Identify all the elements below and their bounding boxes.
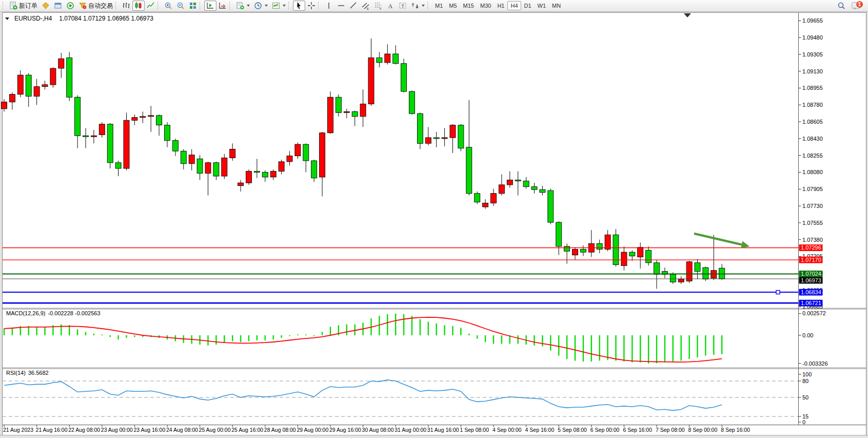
toolbar-vertical-line-button[interactable] xyxy=(323,1,335,11)
toolbar-fibonacci-button[interactable]: F xyxy=(372,1,384,11)
period-icon xyxy=(254,2,262,10)
tile-windows-icon xyxy=(189,2,197,10)
chart-menu-toggle-icon[interactable] xyxy=(5,17,9,20)
timeframe-group: M1M5M15M30H1H4D1W1MN xyxy=(432,0,564,11)
toolbar-grip xyxy=(115,2,119,10)
svg-text:1.06973: 1.06973 xyxy=(801,277,821,283)
notification-badge: 1 xyxy=(856,1,863,8)
toolbar-new-order-button[interactable]: 新订单 xyxy=(7,1,40,11)
toolbar-tile-windows-button[interactable] xyxy=(187,1,199,11)
svg-text:30 Aug 08:00: 30 Aug 08:00 xyxy=(362,427,394,433)
toolbar-grip xyxy=(157,2,161,10)
toolbar-bar-chart-button[interactable] xyxy=(120,1,132,11)
zoom-out-icon xyxy=(176,2,185,10)
toolbar-equidistant-channel-button[interactable]: E xyxy=(360,1,372,11)
rsi-indicator-label: RSI(14)36.5682 xyxy=(6,370,49,376)
svg-text:F: F xyxy=(380,7,382,10)
text-icon: A xyxy=(386,2,394,10)
macd-pane[interactable] xyxy=(3,309,798,368)
toolbar-grip xyxy=(229,2,232,10)
toolbar-grip xyxy=(200,2,203,10)
timeframe-m30-button[interactable]: M30 xyxy=(477,1,494,10)
toolbar-zoom-out-button[interactable] xyxy=(174,1,187,11)
toolbar-line-chart-button[interactable] xyxy=(145,1,157,11)
timeframe-m1-button[interactable]: M1 xyxy=(432,1,446,10)
timeframe-d1-button[interactable]: D1 xyxy=(521,1,535,10)
search-button[interactable] xyxy=(835,1,847,11)
svg-text:6 Sep 00:00: 6 Sep 00:00 xyxy=(590,427,620,433)
svg-text:28 Aug 08:00: 28 Aug 08:00 xyxy=(264,427,296,433)
trend-line-icon xyxy=(349,2,358,10)
text-label-icon: T xyxy=(399,2,407,10)
svg-text:0.002572: 0.002572 xyxy=(802,310,826,316)
macd-name: MACD(12,26,9) xyxy=(6,310,45,316)
timeframe-h4-button[interactable]: H4 xyxy=(507,1,521,10)
svg-text:1.09480: 1.09480 xyxy=(802,34,823,41)
svg-text:-0.003326: -0.003326 xyxy=(802,360,828,367)
svg-text:1.07905: 1.07905 xyxy=(802,186,823,192)
svg-text:1.07024: 1.07024 xyxy=(801,271,821,277)
svg-text:1.07730: 1.07730 xyxy=(802,203,823,209)
svg-text:31 Aug 00:00: 31 Aug 00:00 xyxy=(394,427,426,433)
chart-canvas[interactable]: 1.096551.094801.093051.091301.089551.087… xyxy=(0,0,868,438)
svg-text:25 Aug 00:00: 25 Aug 00:00 xyxy=(199,427,231,433)
svg-text:1.08780: 1.08780 xyxy=(802,102,823,108)
toolbar-zoom-in-button[interactable] xyxy=(162,1,174,11)
svg-text:1.08430: 1.08430 xyxy=(802,136,823,142)
new-order-icon xyxy=(9,2,17,10)
cursor-icon xyxy=(295,2,303,10)
svg-text:A: A xyxy=(388,3,393,10)
svg-text:1.06834: 1.06834 xyxy=(801,289,821,295)
dropdown-caret-icon[interactable] xyxy=(265,5,268,7)
notifications-button[interactable]: 1 xyxy=(852,1,863,10)
toolbar-trend-line-button[interactable] xyxy=(347,1,360,11)
svg-text:1.06721: 1.06721 xyxy=(801,300,821,306)
arrows-icon xyxy=(411,2,419,10)
toolbar-horizontal-line-button[interactable] xyxy=(335,1,347,11)
svg-text:29 Aug 16:00: 29 Aug 16:00 xyxy=(329,427,361,433)
toolbar-navigator-button[interactable] xyxy=(64,1,76,11)
svg-text:8 Sep 16:00: 8 Sep 16:00 xyxy=(721,427,750,433)
status-bar xyxy=(0,435,868,438)
toolbar-text-button[interactable]: A xyxy=(384,1,397,11)
timeframe-w1-button[interactable]: W1 xyxy=(535,1,549,10)
data-window-icon xyxy=(54,2,62,10)
toolbar-data-window-button[interactable] xyxy=(52,1,64,11)
dropdown-caret-icon[interactable] xyxy=(247,5,250,7)
toolbar-objects-window-button[interactable] xyxy=(216,1,229,11)
timeframe-mn-button[interactable]: MN xyxy=(549,1,564,10)
toolbar-candle-chart-button[interactable] xyxy=(132,1,145,11)
dropdown-caret-icon[interactable] xyxy=(422,5,425,7)
toolbar-templates-button[interactable] xyxy=(234,1,252,11)
svg-text:4 Sep 16:00: 4 Sep 16:00 xyxy=(525,427,555,433)
dropdown-caret-icon[interactable] xyxy=(283,5,286,7)
svg-text:1.07380: 1.07380 xyxy=(802,237,823,243)
zoom-in-icon xyxy=(164,2,172,10)
toolbar-period-button[interactable] xyxy=(252,1,270,11)
toolbar-cursor-button[interactable] xyxy=(293,1,305,11)
toolbar-text-label-button[interactable]: T xyxy=(397,1,409,11)
bar-chart-icon xyxy=(122,2,130,10)
toolbar-market-watch-button[interactable] xyxy=(40,1,52,11)
symbol-period-label: EURUSD-,H4 xyxy=(14,15,52,22)
timeframe-h1-button[interactable]: H1 xyxy=(494,1,507,10)
line-chart-icon xyxy=(147,2,155,10)
toolbar-indicators-window-button[interactable] xyxy=(204,1,216,11)
svg-text:80: 80 xyxy=(802,378,808,384)
market-watch-icon xyxy=(42,2,50,10)
svg-text:1 Sep 08:00: 1 Sep 08:00 xyxy=(460,427,489,433)
toolbar-chart-properties-button[interactable] xyxy=(270,1,288,11)
timeframe-m5-button[interactable]: M5 xyxy=(446,1,460,10)
level-line-handle[interactable] xyxy=(776,291,780,294)
macd-values: -0.002228 -0.002563 xyxy=(48,310,100,316)
toolbar-new-order-label: 新订单 xyxy=(19,2,37,10)
timeframe-m15-button[interactable]: M15 xyxy=(460,1,477,10)
svg-text:4 Sep 00:00: 4 Sep 00:00 xyxy=(492,427,522,433)
toolbar-crosshair-button[interactable] xyxy=(305,1,318,11)
chart-title: EURUSD-,H41.07084 1.07129 1.06965 1.0697… xyxy=(5,15,153,22)
toolbar-arrows-button[interactable] xyxy=(409,1,427,11)
svg-text:E: E xyxy=(367,7,369,10)
toolbar-autotrade-button[interactable]: 自动交易 xyxy=(76,1,115,11)
equidistant-channel-icon: E xyxy=(362,2,370,10)
main-chart-pane[interactable] xyxy=(3,13,798,308)
